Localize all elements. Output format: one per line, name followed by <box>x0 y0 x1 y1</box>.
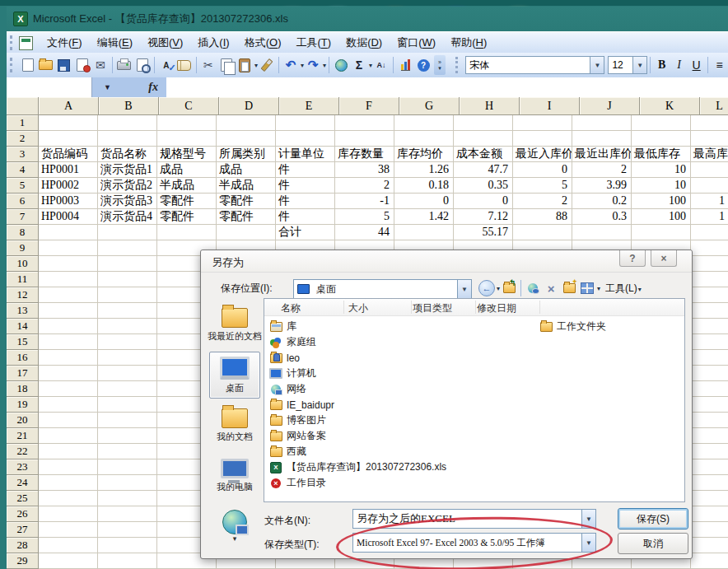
open-icon[interactable] <box>37 56 55 74</box>
views-icon[interactable] <box>578 279 596 297</box>
cell-L26[interactable] <box>691 506 728 522</box>
autosum-icon[interactable]: Σ <box>350 56 368 74</box>
cell-C1[interactable] <box>157 115 217 131</box>
cell-F6[interactable]: -1 <box>335 194 394 209</box>
list-header-separator[interactable] <box>539 301 540 314</box>
file-item[interactable]: 西藏 <box>266 444 446 459</box>
file-item[interactable]: X【货品库存查询】201307272306.xls <box>266 459 446 475</box>
cell-H6[interactable]: 0 <box>454 194 513 209</box>
row-header-11[interactable]: 11 <box>7 272 39 287</box>
row-header-12[interactable]: 12 <box>7 287 39 303</box>
name-box-dropdown-icon[interactable]: ▼ <box>104 83 111 91</box>
cell-E5[interactable]: 件 <box>276 178 335 194</box>
toolbar-options-icon[interactable]: »▾ <box>434 55 446 75</box>
font-name-combobox[interactable]: 宋体 ▼ <box>465 56 604 74</box>
row-header-29[interactable]: 29 <box>7 553 39 569</box>
name-box[interactable] <box>7 77 92 97</box>
cell-A29[interactable] <box>39 553 98 569</box>
column-header-K[interactable]: K <box>640 97 700 115</box>
cell-F3[interactable]: 库存数量 <box>335 147 394 162</box>
cell-G1[interactable] <box>394 115 454 131</box>
row-header-2[interactable]: 2 <box>7 131 39 147</box>
cell-A1[interactable] <box>39 115 98 131</box>
row-header-6[interactable]: 6 <box>7 194 39 209</box>
cell-H7[interactable]: 7.12 <box>454 209 513 225</box>
row-header-5[interactable]: 5 <box>7 178 39 194</box>
cell-J2[interactable] <box>572 131 632 147</box>
file-item[interactable]: 计算机 <box>266 366 446 381</box>
cell-B28[interactable] <box>98 538 157 553</box>
cell-A17[interactable] <box>39 366 98 381</box>
save-in-combobox[interactable]: 桌面 ▼ <box>293 279 472 299</box>
save-type-combobox[interactable]: Microsoft Excel 97- Excel 2003 & 5.0/95 … <box>352 533 596 553</box>
sidebar-item-desktop[interactable]: 桌面 <box>209 352 260 399</box>
cell-B7[interactable]: 演示货品4 <box>98 209 157 225</box>
row-header-1[interactable]: 1 <box>7 115 39 131</box>
row-header-13[interactable]: 13 <box>7 303 39 319</box>
cell-A19[interactable] <box>39 397 98 413</box>
sidebar-more-icon[interactable]: ▾ <box>233 534 237 543</box>
cell-L8[interactable] <box>691 225 728 240</box>
column-header-L[interactable]: L <box>700 97 728 115</box>
cell-L20[interactable] <box>691 413 728 428</box>
cell-B8[interactable] <box>98 225 157 240</box>
chevron-down-icon[interactable]: ▼ <box>632 57 646 73</box>
cell-B3[interactable]: 货品名称 <box>98 147 157 162</box>
cell-L2[interactable] <box>691 131 728 147</box>
cell-I3[interactable]: 最近入库价 <box>513 147 572 162</box>
cell-B20[interactable] <box>98 413 157 428</box>
cell-D3[interactable]: 所属类别 <box>217 147 276 162</box>
cell-I2[interactable] <box>513 131 572 147</box>
cell-A12[interactable] <box>39 287 98 303</box>
cell-B23[interactable] <box>98 459 157 475</box>
cell-B19[interactable] <box>98 397 157 413</box>
cell-L19[interactable] <box>691 397 728 413</box>
cell-F5[interactable]: 2 <box>335 178 394 194</box>
cell-F8[interactable]: 44 <box>335 225 394 240</box>
redo-icon[interactable]: ↷ <box>304 56 322 74</box>
file-item[interactable]: leo <box>266 350 446 366</box>
row-header-19[interactable]: 19 <box>7 397 39 413</box>
cell-G4[interactable]: 1.26 <box>394 162 454 178</box>
cell-K1[interactable] <box>632 115 691 131</box>
sort-ascending-icon[interactable]: A↓ <box>372 56 390 74</box>
format-painter-icon[interactable] <box>258 56 276 74</box>
cell-L3[interactable]: 最高库存 <box>691 147 728 162</box>
cell-A20[interactable] <box>39 413 98 428</box>
cell-L11[interactable] <box>691 272 728 287</box>
cell-A18[interactable] <box>39 381 98 397</box>
row-header-15[interactable]: 15 <box>7 334 39 350</box>
cell-A23[interactable] <box>39 459 98 475</box>
cell-A6[interactable]: HP0003 <box>39 194 98 209</box>
menu-item-V[interactable]: 视图(V) <box>140 33 190 53</box>
cell-J1[interactable] <box>572 115 632 131</box>
cell-C3[interactable]: 规格型号 <box>157 147 217 162</box>
toolbar-grip[interactable] <box>10 58 16 72</box>
cell-F4[interactable]: 38 <box>335 162 394 178</box>
cell-H5[interactable]: 0.35 <box>454 178 513 194</box>
cell-A7[interactable]: HP0004 <box>39 209 98 225</box>
select-all-corner[interactable] <box>7 97 39 115</box>
cell-I6[interactable]: 2 <box>513 194 572 209</box>
cell-B15[interactable] <box>98 334 157 350</box>
cell-L25[interactable] <box>691 491 728 506</box>
row-header-21[interactable]: 21 <box>7 428 39 444</box>
column-header-G[interactable]: G <box>399 97 460 115</box>
column-header-C[interactable]: C <box>159 97 219 115</box>
cell-L23[interactable] <box>691 459 728 475</box>
cell-H4[interactable]: 47.7 <box>454 162 513 178</box>
cell-A13[interactable] <box>39 303 98 319</box>
cell-B14[interactable] <box>98 319 157 334</box>
menu-item-H[interactable]: 帮助(H) <box>443 33 494 53</box>
row-header-24[interactable]: 24 <box>7 475 39 491</box>
row-header-25[interactable]: 25 <box>7 491 39 506</box>
cell-B4[interactable]: 演示货品1 <box>98 162 157 178</box>
menu-item-T[interactable]: 工具(T) <box>288 33 338 53</box>
cut-icon[interactable]: ✂ <box>199 56 217 74</box>
cell-J6[interactable]: 0.2 <box>572 194 632 209</box>
cell-E8[interactable]: 合计 <box>276 225 335 240</box>
up-one-level-icon[interactable] <box>500 279 518 297</box>
dialog-titlebar[interactable]: 另存为 <box>201 250 692 273</box>
row-header-9[interactable]: 9 <box>7 240 39 256</box>
cell-L12[interactable] <box>691 287 728 303</box>
